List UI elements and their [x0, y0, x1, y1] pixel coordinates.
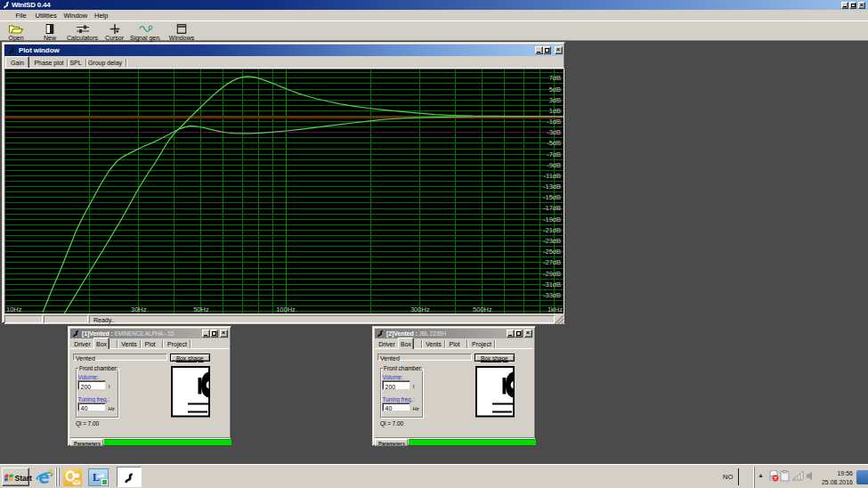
- svg-text:-25dB: -25dB: [543, 248, 561, 256]
- svg-text:-19dB: -19dB: [543, 216, 561, 224]
- svg-text:-29dB: -29dB: [543, 270, 561, 278]
- svg-text:-3dB: -3dB: [547, 128, 561, 136]
- svg-text:500Hz: 500Hz: [473, 305, 492, 313]
- svg-text:-9dB: -9dB: [547, 161, 561, 169]
- svg-text:-17dB: -17dB: [543, 204, 561, 212]
- svg-text:1dB: 1dB: [549, 107, 561, 115]
- svg-text:5dB: 5dB: [549, 85, 561, 94]
- svg-text:-31dB: -31dB: [543, 281, 561, 289]
- svg-text:-21dB: -21dB: [543, 226, 561, 234]
- svg-text:50Hz: 50Hz: [193, 305, 209, 313]
- svg-text:-15dB: -15dB: [543, 193, 561, 201]
- svg-text:10Hz: 10Hz: [6, 305, 22, 313]
- svg-text:-33dB: -33dB: [543, 291, 561, 299]
- svg-text:-5dB: -5dB: [547, 139, 561, 147]
- svg-text:-7dB: -7dB: [547, 150, 561, 159]
- svg-text:-11dB: -11dB: [544, 172, 561, 180]
- svg-text:-27dB: -27dB: [543, 258, 561, 266]
- svg-text:1kHz: 1kHz: [548, 305, 563, 313]
- svg-text:-13dB: -13dB: [543, 183, 561, 191]
- svg-text:-1dB: -1dB: [547, 118, 561, 126]
- svg-text:30Hz: 30Hz: [131, 305, 147, 313]
- svg-text:300Hz: 300Hz: [410, 305, 430, 313]
- svg-text:-23dB: -23dB: [543, 237, 561, 245]
- svg-text:7dB: 7dB: [549, 74, 561, 82]
- svg-text:3dB: 3dB: [549, 96, 561, 104]
- svg-text:100Hz: 100Hz: [276, 305, 296, 313]
